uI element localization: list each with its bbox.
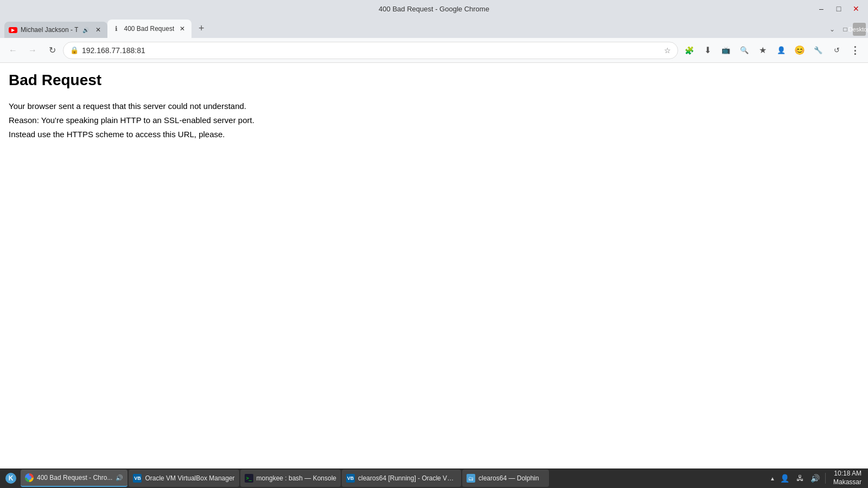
dolphin-icon: 🗂 xyxy=(467,474,475,483)
desktop-button[interactable]: Desktop xyxy=(853,23,866,36)
taskbar-item-dolphin[interactable]: 🗂 clearos64 — Dolphin xyxy=(462,470,549,487)
terminal-icon: >_ xyxy=(245,474,253,483)
badrequest-favicon: ℹ xyxy=(112,24,120,33)
virtualbox-icon: VB xyxy=(133,474,142,483)
tray-sound-icon[interactable]: 🔊 xyxy=(809,472,822,485)
download-button[interactable]: ⬇ xyxy=(699,42,716,59)
tab-badrequest-label: 400 Bad Request xyxy=(124,25,174,33)
tab-list-button[interactable]: ⌄ xyxy=(827,24,838,35)
page-content: Bad Request Your browser sent a request … xyxy=(0,63,868,468)
cast-button[interactable]: 📺 xyxy=(717,42,735,59)
back-button[interactable]: ← xyxy=(4,42,22,59)
tray-separator xyxy=(825,473,826,484)
bookmark-star-icon[interactable]: ☆ xyxy=(664,46,671,55)
taskbar-item-chrome[interactable]: 400 Bad Request - Chro... 🔊 xyxy=(21,470,127,487)
taskbar-start-button[interactable]: K xyxy=(2,470,20,487)
start-icon: K xyxy=(5,473,16,484)
toolbar-right: 🧩 ⬇ 📺 🔍 ★ 👤 😊 🔧 ↺ ⋮ xyxy=(680,42,864,59)
title-bar-controls: – □ ✕ xyxy=(814,1,864,16)
taskbar-item-vbox-running[interactable]: VB clearos64 [Running] - Oracle VM Vir..… xyxy=(342,470,461,487)
minimize-button[interactable]: – xyxy=(814,1,829,16)
page-title: Bad Request xyxy=(9,72,859,89)
taskbar-chrome-label: 400 Bad Request - Chro... xyxy=(37,474,112,481)
taskbar-clock[interactable]: 10:18 AM Makassar xyxy=(829,470,866,486)
virtualbox-running-icon: VB xyxy=(346,474,355,483)
title-bar: 400 Bad Request - Google Chrome – □ ✕ xyxy=(0,0,868,17)
new-tab-button[interactable]: + xyxy=(194,21,209,36)
tab-bar: ▶ Michael Jackson - T 🔊 ✕ ℹ 400 Bad Requ… xyxy=(0,17,868,38)
tray-expand-button[interactable]: ▲ xyxy=(769,476,776,481)
extensions-button[interactable]: 🧩 xyxy=(680,42,698,59)
close-button[interactable]: ✕ xyxy=(848,1,864,16)
tab-mute-icon[interactable]: 🔊 xyxy=(81,25,90,34)
forward-button[interactable]: → xyxy=(24,42,41,59)
page-line1: Your browser sent a request that this se… xyxy=(9,100,859,113)
maximize-button[interactable]: □ xyxy=(831,1,846,16)
page-line2: Reason: You're speaking plain HTTP to an… xyxy=(9,114,859,127)
menu-button[interactable]: ⋮ xyxy=(846,42,864,59)
tab-youtube-label: Michael Jackson - T xyxy=(21,26,78,34)
new-tab-search-button[interactable]: 🔍 xyxy=(736,42,753,59)
tab-youtube-close[interactable]: ✕ xyxy=(93,25,103,35)
page-line3: Instead use the HTTPS scheme to access t… xyxy=(9,128,859,141)
profile-button[interactable]: 👤 xyxy=(773,42,790,59)
window-title: 400 Bad Request - Google Chrome xyxy=(379,5,489,13)
taskbar-virtualbox-label: Oracle VM VirtualBox Manager xyxy=(145,474,234,482)
tab-youtube[interactable]: ▶ Michael Jackson - T 🔊 ✕ xyxy=(4,22,107,38)
emoji-button[interactable]: 😊 xyxy=(791,42,808,59)
chrome-icon xyxy=(25,473,34,482)
bookmarks-button[interactable]: ★ xyxy=(754,42,771,59)
taskbar-item-virtualbox[interactable]: VB Oracle VM VirtualBox Manager xyxy=(129,470,239,487)
url-text: 192.168.77.188:81 xyxy=(82,46,661,55)
tray-user-icon[interactable]: 👤 xyxy=(778,472,792,485)
action-button1[interactable]: 🔧 xyxy=(809,42,827,59)
taskbar-sound-icon: 🔊 xyxy=(116,474,123,481)
action-button2[interactable]: ↺ xyxy=(828,42,845,59)
clock-time: 10:18 AM xyxy=(833,470,861,478)
taskbar-dolphin-label: clearos64 — Dolphin xyxy=(478,474,545,482)
address-bar[interactable]: 🔒 192.168.77.188:81 ☆ xyxy=(63,42,678,59)
lock-icon: 🔒 xyxy=(70,46,79,54)
taskbar: K 400 Bad Request - Chro... 🔊 VB Oracle … xyxy=(0,468,868,488)
page-body: Your browser sent a request that this se… xyxy=(9,100,859,141)
clock-tz: Makassar xyxy=(833,478,861,487)
taskbar-vbox-running-label: clearos64 [Running] - Oracle VM Vir... xyxy=(358,474,457,482)
youtube-favicon: ▶ xyxy=(9,25,17,34)
taskbar-right: ▲ 👤 🖧 🔊 10:18 AM Makassar xyxy=(769,470,866,486)
toolbar: ← → ↻ 🔒 192.168.77.188:81 ☆ 🧩 ⬇ 📺 🔍 ★ 👤 … xyxy=(0,38,868,63)
taskbar-terminal-label: mongkee : bash — Konsole xyxy=(257,474,336,482)
tab-badrequest[interactable]: ℹ 400 Bad Request ✕ xyxy=(107,20,192,38)
tab-badrequest-close[interactable]: ✕ xyxy=(177,24,187,34)
tray-network-icon[interactable]: 🖧 xyxy=(794,472,807,485)
reload-button[interactable]: ↻ xyxy=(43,42,61,59)
taskbar-item-terminal[interactable]: >_ mongkee : bash — Konsole xyxy=(240,470,341,487)
